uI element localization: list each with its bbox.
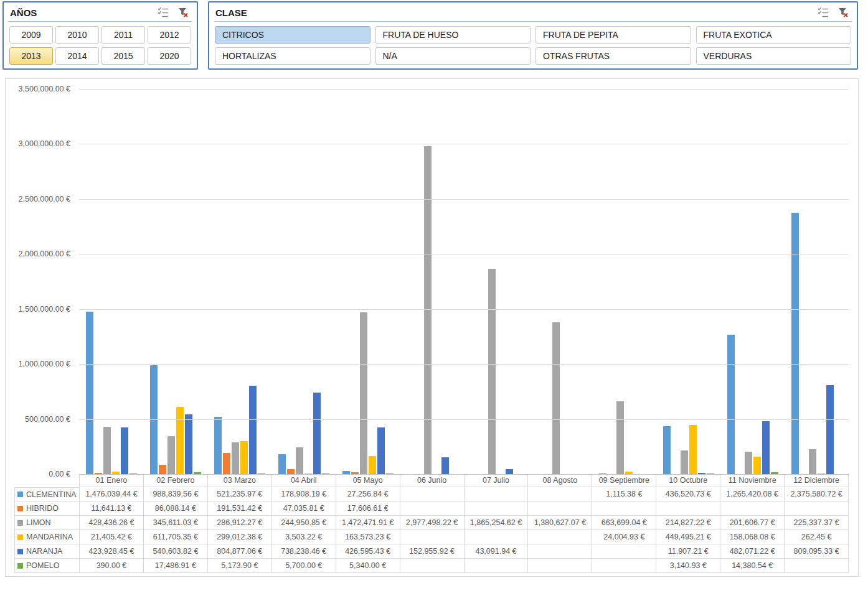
legend-cell-mandarina: MANDARINA (14, 530, 79, 544)
legend-color-swatch (17, 534, 23, 540)
clear-filter-icon[interactable] (177, 6, 189, 19)
clear-filter-icon[interactable] (837, 6, 849, 19)
y-axis-label: 3,500,000.00 € (6, 83, 70, 95)
table-cell-pomelo-09-septiembre (592, 559, 656, 573)
legend-color-swatch (17, 520, 23, 526)
table-cell-clementina-07-julio (464, 487, 528, 501)
x-axis-label-12-diciembre: 12 Diciembre (784, 475, 849, 487)
slicer-item-2015[interactable]: 2015 (101, 47, 145, 65)
slicer-anos: AÑOS 2009201020112012201320142 (2, 1, 198, 70)
slicer-item-otras-frutas[interactable]: OTRAS FRUTAS (535, 47, 691, 65)
bar-mandarina-11-noviembre (753, 457, 761, 474)
table-cell-mandarina-08-agosto (527, 530, 592, 544)
slicer-item-2010[interactable]: 2010 (55, 26, 99, 44)
table-cell-clementina-06-junio (400, 487, 464, 501)
slicer-item-n-a[interactable]: N/A (375, 47, 531, 65)
table-cell-naranja-02-febrero: 540,603.82 € (143, 544, 207, 559)
y-axis-label: 1,000,000.00 € (6, 358, 70, 370)
table-cell-mandarina-05-mayo: 163,573.23 € (336, 530, 400, 544)
x-axis-label-10-octubre: 10 Octubre (656, 475, 720, 487)
bar-naranja-06-junio (441, 457, 449, 474)
table-cell-hibrido-03-marzo: 191,531.42 € (207, 501, 271, 516)
slicer-item-2012[interactable]: 2012 (148, 26, 191, 44)
table-cell-clementina-10-octubre: 436,520.73 € (656, 487, 720, 501)
slicer-item-hortalizas[interactable]: HORTALIZAS (215, 47, 370, 65)
table-cell-clementina-02-febrero: 988,839.56 € (143, 487, 207, 501)
month-group-08-agosto (528, 89, 592, 474)
table-cell-pomelo-11-noviembre: 14,380.54 € (720, 559, 784, 573)
table-cell-mandarina-04-abril: 3,503.22 € (271, 530, 336, 544)
table-cell-limon-12-diciembre: 225,337.37 € (784, 516, 849, 530)
slicer-item-fruta-de-hueso[interactable]: FRUTA DE HUESO (375, 26, 531, 44)
table-cell-clementina-04-abril: 178,908.19 € (271, 487, 336, 501)
table-cell-limon-09-septiembre: 663,699.04 € (592, 516, 656, 530)
table-cell-limon-05-mayo: 1,472,471.91 € (336, 516, 400, 530)
bar-naranja-02-febrero (185, 414, 192, 474)
table-cell-naranja-03-marzo: 804,877.06 € (207, 544, 271, 559)
table-cell-hibrido-12-diciembre (784, 501, 849, 516)
series-name: CLEMENTINA (26, 490, 77, 499)
bar-hibrido-02-febrero (159, 465, 166, 474)
table-cell-limon-11-noviembre: 201,606.77 € (720, 516, 784, 530)
bar-clementina-12-diciembre (791, 213, 799, 474)
plot-area (79, 89, 849, 474)
y-axis-label: 2,000,000.00 € (6, 248, 70, 259)
table-cell-pomelo-07-julio (464, 559, 528, 573)
bar-limon-01-enero (103, 427, 111, 474)
month-group-05-mayo (336, 89, 400, 474)
slicer-item-verduras[interactable]: VERDURAS (696, 47, 852, 65)
bar-naranja-12-diciembre (826, 385, 834, 474)
table-cell-naranja-07-julio: 43,091.94 € (464, 544, 528, 559)
slicer-anos-items: 20092010201120122013201420152020 (4, 22, 197, 68)
table-cell-limon-08-agosto: 1,380,627.07 € (527, 516, 592, 530)
x-axis-label-07-julio: 07 Julio (464, 475, 528, 487)
slicer-item-fruta-de-pepita[interactable]: FRUTA DE PEPITA (535, 26, 691, 44)
slicer-item-fruta-exotica[interactable]: FRUTA EXOTICA (696, 26, 852, 44)
table-cell-naranja-08-agosto (527, 544, 592, 559)
slicer-clase-header: CLASE (209, 2, 857, 19)
table-cell-limon-01-enero: 428,436.26 € (79, 516, 143, 530)
table-cell-mandarina-11-noviembre: 158,068.08 € (720, 530, 784, 544)
table-cell-hibrido-08-agosto (527, 501, 592, 516)
slicer-item-2009[interactable]: 2009 (9, 26, 53, 44)
table-cell-pomelo-03-marzo: 5,173.90 € (207, 559, 271, 573)
table-cell-limon-04-abril: 244,950.85 € (271, 516, 336, 530)
multi-select-icon[interactable] (817, 6, 829, 19)
table-cell-hibrido-01-enero: 11,641.13 € (79, 501, 143, 516)
table-cell-pomelo-12-diciembre (784, 559, 849, 573)
table-row-hibrido: HIBRIDO11,641.13 €86,088.14 €191,531.42 … (14, 501, 849, 516)
table-cell-hibrido-02-febrero: 86,088.14 € (143, 501, 207, 516)
slicer-item-2011[interactable]: 2011 (101, 26, 145, 44)
slicer-item-2020[interactable]: 2020 (148, 47, 191, 65)
bar-limon-08-agosto (552, 322, 560, 474)
series-name: POMELO (26, 561, 60, 570)
slicer-item-2013[interactable]: 2013 (9, 47, 53, 65)
table-cell-mandarina-02-febrero: 611,705.35 € (143, 530, 207, 544)
bar-naranja-05-mayo (377, 427, 385, 474)
slicer-item-2014[interactable]: 2014 (55, 47, 99, 65)
chart-data-table: CLEMENTINA1,476,039.44 €988,839.56 €521,… (14, 487, 849, 573)
table-cell-pomelo-08-agosto (527, 559, 592, 573)
table-cell-limon-10-octubre: 214,827.22 € (656, 516, 720, 530)
legend-cell-hibrido: HIBRIDO (14, 501, 79, 516)
bar-hibrido-03-marzo (223, 453, 230, 474)
table-cell-mandarina-12-diciembre: 262.45 € (784, 530, 849, 544)
slicer-item-citricos[interactable]: CITRICOS (215, 26, 370, 44)
bar-limon-12-diciembre (809, 449, 816, 474)
table-cell-naranja-11-noviembre: 482,071.22 € (720, 544, 784, 559)
legend-cell-limon: LIMON (14, 516, 79, 530)
table-cell-clementina-01-enero: 1,476,039.44 € (79, 487, 143, 501)
gridline (79, 199, 849, 200)
legend-cell-clementina: CLEMENTINA (14, 487, 79, 501)
x-axis-label-03-marzo: 03 Marzo (207, 475, 271, 487)
bar-limon-11-noviembre (745, 452, 752, 474)
legend-cell-naranja: NARANJA (14, 544, 79, 559)
multi-select-icon[interactable] (157, 6, 169, 19)
bar-clementina-04-abril (278, 454, 286, 474)
table-cell-clementina-12-diciembre: 2,375,580.72 € (784, 487, 849, 501)
y-axis-label: 0.00 € (6, 468, 70, 480)
slicer-anos-icons (157, 6, 189, 19)
legend-color-swatch (17, 506, 23, 511)
x-axis-label-11-noviembre: 11 Noviembre (720, 475, 784, 487)
table-cell-hibrido-11-noviembre (720, 501, 784, 516)
